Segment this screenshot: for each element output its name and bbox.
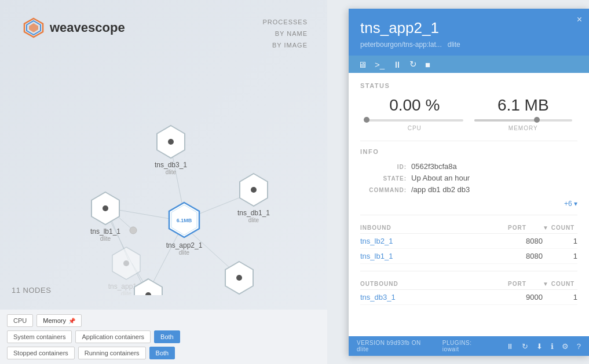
svg-text:tns_db3_1: tns_db3_1 [155,161,187,169]
status-section-label: STATUS [360,82,577,89]
outbound-section: OUTBOUND PORT ▼ COUNT tns_db3_1 9000 1 [360,278,577,305]
toolbar-pause-icon[interactable]: ⏸ [393,60,401,69]
footer-help-icon[interactable]: ? [577,342,581,351]
graph-svg: tns_db3_1 dlite tns_db1_1 dlite tns_lb1_… [0,46,327,295]
svg-text:dlite: dlite [121,291,132,295]
logo-area: weavescope [23,17,125,38]
cpu-metric: 0.00 % CPU [360,96,469,131]
modal-title: tns_app2_1 [360,19,577,37]
svg-point-21 [103,205,108,211]
footer-version: VERSION b9d93fb ON dlite [357,340,434,352]
info-state-key: STATE: [360,175,407,182]
info-command-key: COMMAND: [360,187,407,193]
modal-toolbar: 🖥 >_ ⏸ ↻ ■ [349,56,589,73]
nav-tab-byname[interactable]: BY NAME [273,29,310,38]
footer-info-icon[interactable]: ℹ [551,342,554,351]
svg-line-6 [149,226,182,289]
node-tns_lb2_1[interactable]: tns_lb2_1 dlite [133,279,163,295]
inbound-header-count[interactable]: ▼ COUNT [543,225,577,231]
footer-plugins: PLUGINS: iowait [442,340,490,352]
inbound-table-header: INBOUND PORT ▼ COUNT [360,222,577,234]
footer-pause-icon[interactable]: ⏸ [506,342,514,351]
memory-bar-fill [474,119,538,122]
info-grid: ID: 0562f3bcfa8a STATE: Up About an hour… [360,162,577,194]
inbound-port-1: 8080 [508,252,543,260]
cpu-bar-fill [365,119,367,122]
modal-body: STATUS 0.00 % CPU 6.1 MB MEMORY INFO [349,73,589,336]
node-tns_db2_1[interactable]: tns_db2_1 dlite [223,262,255,295]
svg-text:dlite: dlite [100,236,111,242]
application-containers-btn[interactable]: Application containers [75,330,151,343]
more-info-link[interactable]: +6 ▾ [360,200,577,208]
inbound-section: INBOUND PORT ▼ COUNT tns_lb2_1 8080 1 tn… [360,222,577,264]
running-containers-btn[interactable]: Running containers [78,347,146,359]
outbound-header-name: OUTBOUND [360,281,508,287]
info-state-val: Up About an hour [411,174,470,182]
footer-download-icon[interactable]: ⬇ [536,342,543,351]
svg-text:6.1MB: 6.1MB [177,218,192,223]
filter-bar: CPU Memory 📌 System containers Applicati… [0,310,327,364]
outbound-header-port[interactable]: PORT [508,281,543,287]
inbound-header-port[interactable]: PORT [508,225,543,231]
outbound-count-0: 1 [543,293,577,302]
node-tns_lb1_1[interactable]: tns_lb1_1 dlite [90,192,120,242]
svg-text:dlite: dlite [248,217,259,223]
svg-text:dlite: dlite [166,169,177,175]
memory-label: MEMORY [508,125,538,131]
toolbar-stop-icon[interactable]: ■ [425,60,430,69]
svg-point-30 [123,260,129,266]
nav-tab-processes[interactable]: PROCESSES [261,17,310,27]
info-section-label: INFO [360,148,577,155]
memory-label: Memory [43,317,66,324]
both-container-state-btn[interactable]: Both [149,347,175,359]
nav-tabs: PROCESSES BY NAME BY IMAGE [261,17,310,50]
toolbar-monitor-icon[interactable]: 🖥 [358,60,367,69]
modal-panel: × tns_app2_1 peterbourgon/tns-app:lat...… [349,9,589,356]
modal-link-image[interactable]: peterbourgon/tns-app:lat... [360,41,442,49]
cpu-filter-btn[interactable]: CPU [7,314,33,327]
divider-3 [360,271,577,271]
modal-subtitle: peterbourgon/tns-app:lat... dlite [360,41,577,49]
inbound-name-0[interactable]: tns_lb2_1 [360,237,508,245]
toolbar-refresh-icon[interactable]: ↻ [409,59,417,69]
node-tns_db3_1[interactable]: tns_db3_1 dlite [155,126,187,175]
status-metrics: 0.00 % CPU 6.1 MB MEMORY [360,96,577,131]
inbound-count-0: 1 [543,237,577,245]
outbound-name-0[interactable]: tns_db3_1 [360,293,508,302]
cpu-label: CPU [408,125,422,131]
modal-close-button[interactable]: × [577,14,582,25]
modal-link-host[interactable]: dlite [448,41,460,49]
cpu-value: 0.00 % [389,96,440,115]
node-tns_app2_1[interactable]: 6.1MB tns_app2_1 dlite [166,203,203,256]
svg-point-17 [251,187,257,193]
footer-refresh-icon[interactable]: ↻ [522,342,528,351]
footer-settings-icon[interactable]: ⚙ [562,342,569,351]
both-container-type-btn[interactable]: Both [154,330,180,343]
inbound-row-0: tns_lb2_1 8080 1 [360,234,577,249]
memory-filter-btn[interactable]: Memory 📌 [36,314,82,327]
pin-icon: 📌 [68,318,75,324]
left-panel: weavescope PROCESSES BY NAME BY IMAGE [0,0,327,364]
info-command-row: COMMAND: /app db1 db2 db3 [360,185,577,194]
system-containers-btn[interactable]: System containers [7,330,72,343]
svg-text:tns_app2_1: tns_app2_1 [166,241,203,249]
inbound-count-1: 1 [543,252,577,260]
svg-text:tns_lb1_1: tns_lb1_1 [90,227,120,236]
inbound-name-1[interactable]: tns_lb1_1 [360,252,508,260]
inbound-header-name: INBOUND [360,225,508,231]
svg-marker-2 [29,23,38,32]
node-tns_db1_1[interactable]: tns_db1_1 dlite [237,174,270,223]
memory-value: 6.1 MB [497,96,549,115]
filter-row-container-state: Stopped containers Running containers Bo… [7,347,320,359]
outbound-row-0: tns_db3_1 9000 1 [360,290,577,305]
info-state-row: STATE: Up About an hour [360,174,577,182]
svg-point-13 [168,139,174,145]
nodes-count: 11 NODES [12,286,51,295]
toolbar-terminal-icon[interactable]: >_ [375,60,385,69]
stopped-containers-btn[interactable]: Stopped containers [7,347,75,359]
filter-row-metrics: CPU Memory 📌 [7,314,320,327]
logo-text: weavescope [50,20,125,35]
inbound-port-0: 8080 [508,237,543,245]
outbound-header-count[interactable]: ▼ COUNT [543,281,577,287]
inbound-row-1: tns_lb1_1 8080 1 [360,249,577,264]
